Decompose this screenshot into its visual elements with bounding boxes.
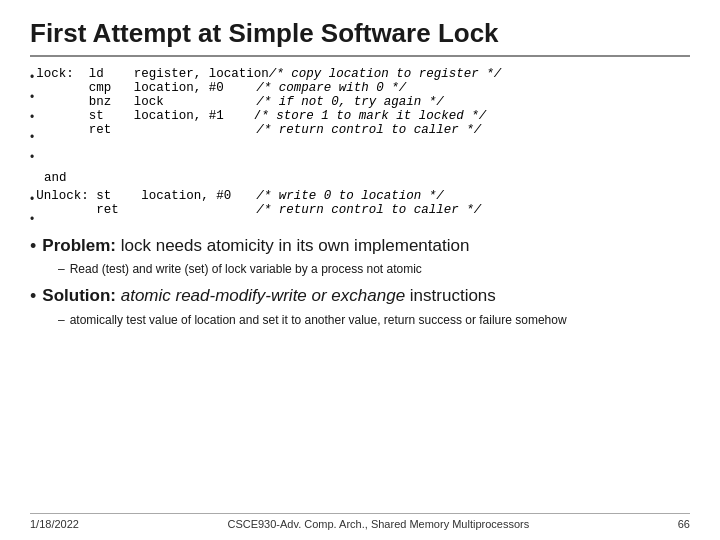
slide-title: First Attempt at Simple Software Lock bbox=[30, 18, 690, 57]
code-section-2: • • Unlock: st location, #0 /* write 0 t… bbox=[30, 189, 690, 229]
and-label: and bbox=[44, 167, 67, 189]
slide-content: • • • • • lock: ld register, location /*… bbox=[30, 67, 690, 530]
comment-2: /* compare with 0 */ bbox=[256, 81, 406, 95]
code-text-2: cmp location, #0 bbox=[36, 81, 256, 95]
code-row-2: cmp location, #0 /* compare with 0 */ bbox=[36, 81, 690, 95]
code-text-4: st location, #1 / bbox=[36, 109, 261, 123]
comment-7: /* return control to caller */ bbox=[256, 203, 481, 217]
code-row-7: ret /* return control to caller */ bbox=[36, 203, 690, 217]
bullet-4: • bbox=[30, 127, 34, 147]
bullet-7: • bbox=[30, 209, 34, 229]
bullets-col-1: • • • • • bbox=[30, 67, 34, 167]
code-row-5: ret /* return control to caller */ bbox=[36, 123, 690, 137]
comment-5: /* return control to caller */ bbox=[256, 123, 481, 137]
bullets-col-2: • • bbox=[30, 189, 34, 229]
footer-date: 1/18/2022 bbox=[30, 518, 79, 530]
code-col-2: Unlock: st location, #0 /* write 0 to lo… bbox=[36, 189, 690, 229]
code-row-3: bnz lock /* if not 0, try again */ bbox=[36, 95, 690, 109]
sub-bullet-1-dash: – bbox=[58, 261, 65, 278]
code-row-1: lock: ld register, location /* copy loca… bbox=[36, 67, 690, 81]
code-row-6: Unlock: st location, #0 /* write 0 to lo… bbox=[36, 189, 690, 203]
sub-bullet-2: – atomically test value of location and … bbox=[58, 312, 690, 329]
code-text-5: ret bbox=[36, 123, 256, 137]
bullet-3: • bbox=[30, 107, 34, 127]
bullet-2: • bbox=[30, 87, 34, 107]
comment-1: /* copy location to register */ bbox=[269, 67, 502, 81]
code-text-7: ret bbox=[36, 203, 256, 217]
comment-3: /* if not 0, try again */ bbox=[256, 95, 444, 109]
sub-bullet-2-text: atomically test value of location and se… bbox=[70, 312, 567, 329]
code-section-1: • • • • • lock: ld register, location /*… bbox=[30, 67, 690, 167]
bullet-1: • bbox=[30, 67, 34, 87]
main-bullet-2-text: Solution: atomic read-modify-write or ex… bbox=[42, 285, 496, 307]
slide: First Attempt at Simple Software Lock • … bbox=[0, 0, 720, 540]
sub-bullet-1: – Read (test) and write (set) of lock va… bbox=[58, 261, 690, 278]
and-row: and bbox=[30, 167, 690, 189]
comment-6: /* write 0 to location */ bbox=[256, 189, 444, 203]
code-text-1: lock: ld register, location bbox=[36, 67, 269, 81]
main-bullet-1: • Problem: lock needs atomicity in its o… bbox=[30, 235, 690, 258]
code-text-6: Unlock: st location, #0 bbox=[36, 189, 256, 203]
main-bullet-1-dot: • bbox=[30, 235, 36, 258]
code-row-4: st location, #1 / * store 1 to mark it l… bbox=[36, 109, 690, 123]
footer: 1/18/2022 CSCE930-Adv. Comp. Arch., Shar… bbox=[30, 513, 690, 530]
code-text-3: bnz lock bbox=[36, 95, 256, 109]
sub-bullet-2-dash: – bbox=[58, 312, 65, 329]
code-col-1: lock: ld register, location /* copy loca… bbox=[36, 67, 690, 167]
bullet-5: • bbox=[30, 147, 34, 167]
main-bullet-2-dot: • bbox=[30, 285, 36, 308]
and-bullet-spacer bbox=[30, 167, 44, 189]
bullet-6: • bbox=[30, 189, 34, 209]
footer-course: CSCE930-Adv. Comp. Arch., Shared Memory … bbox=[227, 518, 529, 530]
main-bullet-1-text: Problem: lock needs atomicity in its own… bbox=[42, 235, 469, 257]
footer-page: 66 bbox=[678, 518, 690, 530]
sub-bullet-1-text: Read (test) and write (set) of lock vari… bbox=[70, 261, 422, 278]
main-bullet-2: • Solution: atomic read-modify-write or … bbox=[30, 285, 690, 308]
comment-4: * store 1 to mark it locked */ bbox=[261, 109, 486, 123]
